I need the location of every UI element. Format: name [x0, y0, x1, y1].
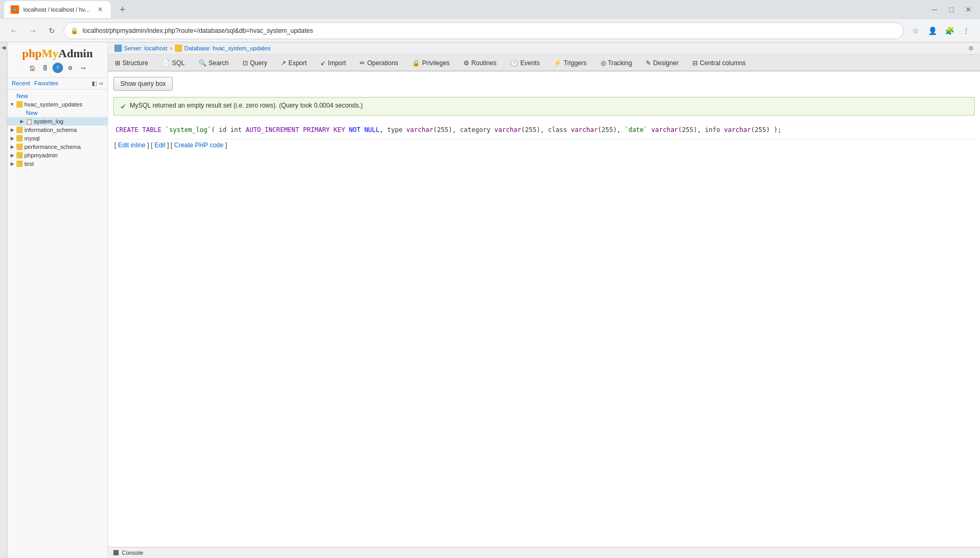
- sidebar-recent-favorites: Recent Favorites ◧ ∞: [7, 78, 108, 90]
- forward-button[interactable]: →: [25, 23, 40, 38]
- tab-central-columns[interactable]: ⊟ Central columns: [685, 56, 753, 70]
- sql-size4: (255), info: [678, 126, 724, 134]
- sql-size3: (255),: [598, 126, 625, 134]
- sql-statement-display: CREATE TABLE `system_log`( id int AUTO_I…: [113, 121, 975, 139]
- tab-privileges[interactable]: 🔒 Privileges: [405, 56, 457, 70]
- recent-link[interactable]: Recent: [12, 80, 30, 87]
- export-tab-label: Export: [288, 59, 307, 67]
- tree-item-performance-schema[interactable]: ▶ performance_schema: [7, 143, 108, 151]
- edit-inline-link[interactable]: Edit inline: [118, 141, 146, 149]
- home-icon[interactable]: 🏠: [27, 63, 38, 73]
- create-php-link[interactable]: Create PHP code: [174, 141, 224, 149]
- show-query-box-button[interactable]: Show query box: [113, 77, 173, 91]
- tree-mysql-label[interactable]: mysql: [24, 135, 40, 141]
- tab-close-button[interactable]: ✕: [96, 5, 104, 14]
- tab-export[interactable]: ↗ Export: [274, 56, 314, 70]
- success-message-banner: ✔ MySQL returned an empty result set (i.…: [113, 97, 975, 116]
- db-icon[interactable]: 🗄: [40, 63, 50, 73]
- sidebar-collapse-icon[interactable]: ◧: [92, 80, 97, 87]
- menu-button[interactable]: ⋮: [959, 23, 974, 38]
- expand-icon: ▼: [10, 102, 15, 107]
- breadcrumb-bar: Server: localhost » Database: hvac_syste…: [108, 42, 980, 55]
- tab-bar: ⊞ Structure 📄 SQL 🔍 Search ⊡ Query ↗: [108, 55, 980, 72]
- tree-item-system-log[interactable]: ▶ 📋 system_log: [7, 117, 108, 126]
- tab-designer[interactable]: ✎ Designer: [639, 56, 685, 70]
- sql-comma1: , type: [380, 126, 407, 134]
- tree-new-root-label[interactable]: New: [16, 93, 28, 99]
- tree-item-test[interactable]: ▶ test: [7, 160, 108, 168]
- tree-phpmyadmin-label[interactable]: phpmyadmin: [24, 152, 58, 158]
- tab-favicon: 🐬: [11, 5, 19, 14]
- open-bracket: [: [114, 141, 118, 149]
- triggers-tab-icon: ⚡: [554, 59, 562, 67]
- back-button[interactable]: ←: [6, 23, 21, 38]
- content-area: Show query box ✔ MySQL returned an empty…: [108, 72, 980, 547]
- logout-icon[interactable]: ↪: [78, 63, 88, 73]
- tab-routines[interactable]: ⚙ Routines: [457, 56, 503, 70]
- console-label: Console: [122, 550, 143, 556]
- edit-links-bar: [ Edit inline ] [ Edit ] [ Create PHP co…: [113, 139, 975, 151]
- extensions-button[interactable]: 🧩: [942, 23, 957, 38]
- profile-button[interactable]: 👤: [925, 23, 940, 38]
- tab-tracking[interactable]: ◎ Tracking: [594, 56, 639, 70]
- tree-item-phpmyadmin[interactable]: ▶ phpmyadmin: [7, 151, 108, 160]
- server-breadcrumb[interactable]: Server: localhost: [124, 45, 167, 51]
- sql-tab-icon: 📄: [162, 59, 170, 67]
- db-tree-icon: [16, 161, 23, 167]
- refresh-button[interactable]: ↻: [44, 23, 59, 38]
- database-icon: [175, 45, 182, 52]
- tab-sql[interactable]: 📄 SQL: [155, 56, 192, 70]
- expand-icon: ▶: [10, 136, 15, 141]
- export-tab-icon: ↗: [281, 59, 286, 67]
- expand-icon: ▶: [19, 119, 24, 124]
- tree-item-new-hvac[interactable]: New: [7, 109, 108, 117]
- info-icon[interactable]: ?: [52, 63, 63, 73]
- expand-icon: [19, 110, 24, 116]
- tree-system-log-label[interactable]: system_log: [34, 118, 64, 125]
- lock-icon: 🔒: [70, 27, 78, 34]
- tree-item-mysql[interactable]: ▶ mysql: [7, 134, 108, 143]
- privileges-tab-label: Privileges: [422, 59, 450, 67]
- sql-table-name: `system_log`: [165, 126, 211, 134]
- minimize-button[interactable]: ─: [927, 2, 942, 17]
- tab-query[interactable]: ⊡ Query: [236, 56, 274, 70]
- structure-tab-icon: ⊞: [115, 59, 120, 67]
- tab-structure[interactable]: ⊞ Structure: [108, 56, 155, 70]
- tab-events[interactable]: 🕐 Events: [503, 56, 547, 70]
- browser-window: 🐬 localhost / localhost / hv... ✕ + ─ □ …: [0, 0, 980, 558]
- favorites-link[interactable]: Favorites: [34, 80, 58, 87]
- tab-search[interactable]: 🔍 Search: [192, 56, 236, 70]
- tree-information-schema-label[interactable]: information_schema: [24, 127, 77, 133]
- top-settings-icon[interactable]: ⚙: [968, 45, 974, 52]
- tree-performance-schema-label[interactable]: performance_schema: [24, 144, 81, 150]
- address-bar[interactable]: 🔒 localhost/phpmyadmin/index.php?route=/…: [64, 22, 904, 39]
- tree-item-new-root[interactable]: New: [7, 92, 108, 100]
- import-tab-icon: ↙: [320, 59, 326, 67]
- sidebar-tree: New ▼ hvac_system_updates New ▶ 📋 system…: [7, 90, 108, 558]
- events-tab-label: Events: [520, 59, 540, 67]
- sidebar-collapse-button[interactable]: ◀: [0, 42, 7, 558]
- routines-tab-label: Routines: [471, 59, 496, 67]
- database-breadcrumb[interactable]: Database: hvac_system_updates: [184, 45, 271, 51]
- tree-item-hvac[interactable]: ▼ hvac_system_updates: [7, 100, 108, 109]
- expand-icon: [10, 93, 15, 99]
- close-window-button[interactable]: ✕: [961, 2, 976, 17]
- tree-item-information-schema[interactable]: ▶ information_schema: [7, 126, 108, 134]
- settings-icon[interactable]: ⚙: [65, 63, 76, 73]
- sidebar-home-icons: 🏠 🗄 ? ⚙ ↪: [27, 63, 88, 73]
- tree-hvac-label[interactable]: hvac_system_updates: [24, 101, 82, 108]
- tab-import[interactable]: ↙ Import: [314, 56, 353, 70]
- bookmark-button[interactable]: ☆: [908, 23, 923, 38]
- tab-triggers[interactable]: ⚡ Triggers: [547, 56, 594, 70]
- tree-new-hvac-label[interactable]: New: [26, 110, 38, 116]
- sidebar: phpMyAdmin 🏠 🗄 ? ⚙ ↪ Recent Favorites ◧ …: [7, 42, 108, 558]
- tab-operations[interactable]: ✏ Operations: [353, 56, 405, 70]
- tree-test-label[interactable]: test: [24, 161, 34, 167]
- new-tab-button[interactable]: +: [115, 2, 130, 17]
- sidebar-link-icon[interactable]: ∞: [99, 80, 103, 87]
- console-bar[interactable]: Console: [108, 547, 980, 558]
- maximize-button[interactable]: □: [944, 2, 959, 17]
- edit-link[interactable]: Edit: [154, 141, 165, 149]
- browser-tab[interactable]: 🐬 localhost / localhost / hv... ✕: [4, 1, 111, 18]
- expand-icon: ▶: [10, 161, 15, 166]
